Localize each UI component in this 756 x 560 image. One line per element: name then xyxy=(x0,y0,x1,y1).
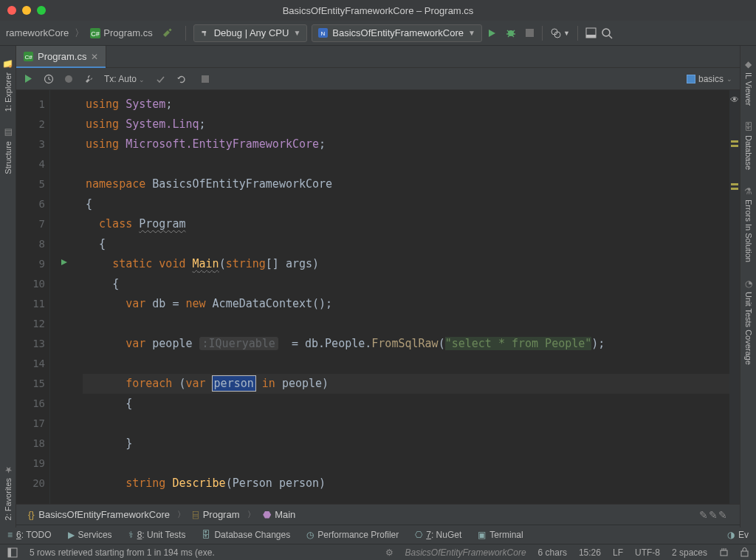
class-icon: ⌸ xyxy=(193,509,199,520)
code-editor[interactable]: 1234567891011121314151617181920 using Sy… xyxy=(16,90,740,504)
editor-tabs: C# Program.cs ✕ xyxy=(16,46,740,68)
svg-rect-18 xyxy=(8,548,11,557)
status-line-sep[interactable]: LF xyxy=(613,547,623,558)
svg-text:N: N xyxy=(321,30,326,37)
close-window-icon[interactable] xyxy=(7,6,16,15)
crumb-method[interactable]: ⬣ Main xyxy=(263,509,296,520)
db-changes-tool[interactable]: 🗄Database Changes xyxy=(202,530,290,540)
history-icon[interactable] xyxy=(44,74,54,84)
breadcrumb-file[interactable]: C# Program.cs xyxy=(90,27,152,38)
braces-icon: {} xyxy=(28,509,35,520)
folder-icon: 📁 xyxy=(2,59,13,69)
svg-point-15 xyxy=(65,75,72,83)
stop-icon xyxy=(201,75,210,83)
crumb-namespace[interactable]: {} BasicsOfEntityFrameworkCore xyxy=(28,509,170,520)
terminal-icon: ▣ xyxy=(478,530,486,540)
chevron-down-icon: ▼ xyxy=(468,29,475,37)
database-icon: 🗄 xyxy=(744,122,753,132)
gutter-marks xyxy=(50,90,80,504)
tx-mode-dropdown[interactable]: Tx: Auto ⌄ xyxy=(104,74,145,84)
tools-dropdown-icon[interactable]: ▼ xyxy=(550,27,570,39)
highlighting-level-icon[interactable]: ✎✎✎ xyxy=(699,509,728,521)
star-icon: ★ xyxy=(4,465,12,475)
gauge-icon: ◷ xyxy=(306,530,314,540)
left-tool-strip: 1: Explorer 📁 Structure ▤ 2: Favorites ★ xyxy=(0,46,16,527)
hammer-icon xyxy=(200,28,210,38)
svg-text:C#: C# xyxy=(91,30,100,38)
chevron-right-icon: 〉 xyxy=(177,509,185,520)
right-tool-strip: ◆IL Viewer 🗄Database ⚗Errors In Solution… xyxy=(740,46,756,527)
database-icon: 🗄 xyxy=(202,530,210,540)
execute-icon[interactable] xyxy=(24,74,33,83)
window-layout-icon[interactable] xyxy=(585,27,597,38)
database-tab[interactable]: 🗄Database xyxy=(743,115,755,177)
status-build-icon[interactable]: ⚙ xyxy=(385,547,394,558)
status-chars: 6 chars xyxy=(538,547,567,558)
separator xyxy=(577,26,578,41)
status-indent[interactable]: 2 spaces xyxy=(672,547,707,558)
build-icon[interactable] xyxy=(162,27,173,39)
commit-icon[interactable] xyxy=(155,74,165,84)
svg-rect-6 xyxy=(526,29,534,37)
window-controls xyxy=(7,6,46,15)
csharp-file-icon: C# xyxy=(24,52,33,61)
svg-rect-20 xyxy=(741,551,748,556)
terminal-tool[interactable]: ▣Terminal xyxy=(478,530,523,540)
package-icon: ⎔ xyxy=(415,530,422,540)
run-target-dropdown[interactable]: N BasicsOfEntityFrameworkCore ▼ xyxy=(312,24,482,42)
main-toolbar: rameworkCore 〉 C# Program.cs Debug | Any… xyxy=(0,21,756,46)
coverage-icon: ◔ xyxy=(745,279,752,289)
unit-tests-tool[interactable]: ⚕8: Unit Tests xyxy=(128,530,186,540)
datasource-icon xyxy=(687,75,695,83)
editor-sub-toolbar: Tx: Auto ⌄ basics ⌄ xyxy=(16,68,740,90)
todo-tool[interactable]: ≡6: TODO xyxy=(7,530,52,540)
chevron-down-icon: ▼ xyxy=(293,29,300,37)
tool-window-bar: ≡6: TODO ▶Services ⚕8: Unit Tests 🗄Datab… xyxy=(0,525,756,544)
status-memory-icon[interactable] xyxy=(719,547,729,557)
svg-rect-16 xyxy=(202,75,209,83)
svg-rect-2 xyxy=(168,28,171,31)
rollback-icon[interactable] xyxy=(176,74,186,84)
chevron-right-icon: 〉 xyxy=(247,509,255,520)
run-button[interactable] xyxy=(487,28,497,38)
explorer-tab[interactable]: 1: Explorer 📁 xyxy=(1,52,15,119)
method-icon: ⬣ xyxy=(263,509,271,520)
editor-tab-program[interactable]: C# Program.cs ✕ xyxy=(16,46,106,67)
il-viewer-tab[interactable]: ◆IL Viewer xyxy=(743,52,755,113)
code-body[interactable]: using System;using System.Linq;using Mic… xyxy=(80,90,729,504)
crumb-class[interactable]: ⌸ Program xyxy=(193,509,239,520)
favorites-tab[interactable]: 2: Favorites ★ xyxy=(2,457,14,527)
build-config-dropdown[interactable]: Debug | Any CPU ▼ xyxy=(193,24,308,42)
error-stripe[interactable]: 👁 xyxy=(729,90,740,504)
chevron-right-icon: 〉 xyxy=(75,27,84,40)
tool-windows-toggle-icon[interactable] xyxy=(7,547,18,558)
errors-tab[interactable]: ⚗Errors In Solution xyxy=(743,179,755,270)
stop-button xyxy=(525,28,535,38)
status-encoding[interactable]: UTF-8 xyxy=(635,547,660,558)
services-tool[interactable]: ▶Services xyxy=(68,530,112,540)
status-lock-icon[interactable] xyxy=(740,547,749,557)
wrench-icon[interactable] xyxy=(83,74,94,84)
code-breadcrumbs: {} BasicsOfEntityFrameworkCore 〉 ⌸ Progr… xyxy=(16,504,740,525)
nuget-tool[interactable]: ⎔7: NuGet xyxy=(415,530,461,540)
separator xyxy=(542,26,543,41)
profiler-tool[interactable]: ◷Performance Profiler xyxy=(306,530,399,540)
status-caret-pos[interactable]: 15:26 xyxy=(579,547,601,558)
maximize-window-icon[interactable] xyxy=(37,6,46,15)
structure-tab[interactable]: Structure ▤ xyxy=(2,120,14,182)
debug-button[interactable] xyxy=(506,28,516,38)
datasource-dropdown[interactable]: basics ⌄ xyxy=(687,74,732,84)
il-icon: ◆ xyxy=(745,59,752,69)
minimize-window-icon[interactable] xyxy=(22,6,31,15)
coverage-tab[interactable]: ◔Unit Tests Coverage xyxy=(743,271,755,372)
status-project[interactable]: BasicsOfEntityFrameworkCore xyxy=(405,547,526,558)
search-everywhere-icon[interactable] xyxy=(601,27,613,39)
flask-icon: ⚗ xyxy=(744,186,752,197)
event-log-tool[interactable]: ◑Ev xyxy=(727,530,749,540)
list-icon: ≡ xyxy=(7,530,13,540)
record-icon[interactable] xyxy=(64,75,73,83)
inspections-eye-icon[interactable]: 👁 xyxy=(729,95,740,105)
run-gutter-icon[interactable] xyxy=(61,259,68,266)
close-tab-icon[interactable]: ✕ xyxy=(91,52,98,62)
breadcrumb-project[interactable]: rameworkCore xyxy=(6,27,69,38)
